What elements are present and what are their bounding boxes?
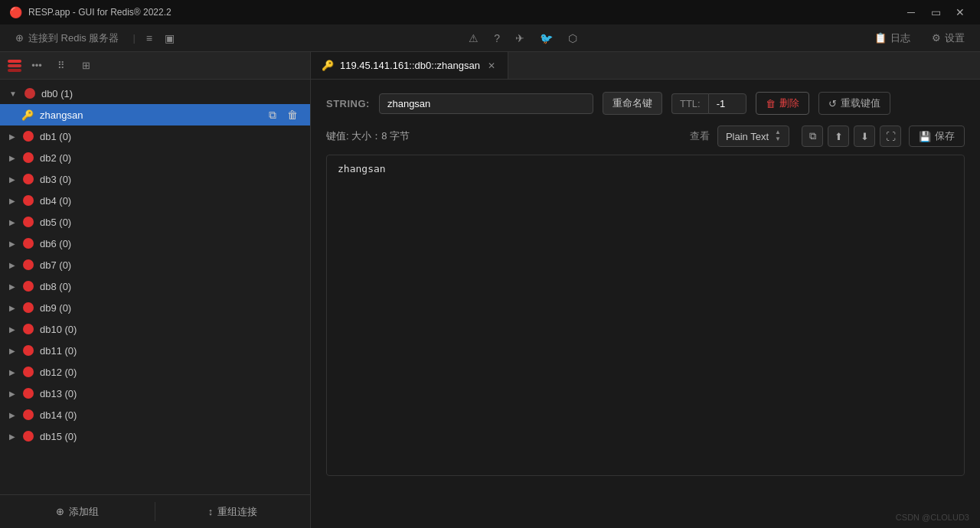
split-view-button[interactable]: ▣ — [162, 29, 178, 47]
reload-key-button[interactable]: ↺ 重载键值 — [818, 92, 890, 115]
db-label-db11: db11 (0) — [40, 345, 77, 357]
db-item-db6[interactable]: ▶ db6 (0) — [0, 233, 310, 254]
tab-title: 119.45.141.161::db0::zhangsan — [340, 60, 480, 71]
value-editor[interactable] — [326, 155, 965, 476]
db-icon-db3 — [23, 174, 34, 184]
content-area: 🔑 119.45.141.161::db0::zhangsan ✕ STRING… — [311, 52, 980, 528]
db-label-db15: db15 (0) — [40, 431, 77, 442]
main-toolbar: ⊕ 连接到 Redis 服务器 | ≡ ▣ ⚠ ? ✈ 🐦 ⬡ 📋 日志 ⚙ 设… — [0, 24, 980, 52]
app-title: RESP.app - GUI for Redis® 2022.2 — [28, 7, 900, 18]
import-icon: ⬆ — [835, 131, 843, 142]
db-item-db8[interactable]: ▶ db8 (0) — [0, 275, 310, 297]
key-item-zhangsan[interactable]: 🔑 zhangsan ⧉ 🗑 — [0, 104, 310, 125]
ttl-value: -1 — [708, 93, 746, 114]
chevron-right-icon: ▶ — [9, 368, 15, 376]
plain-text-dropdown[interactable]: Plain Text ▲ ▼ — [717, 125, 789, 147]
rename-label: 重命名键 — [612, 96, 652, 110]
chevron-right-icon: ▶ — [9, 304, 15, 312]
db-item-db10[interactable]: ▶ db10 (0) — [0, 318, 310, 340]
db-label-db1: db1 (0) — [40, 131, 71, 142]
db-item-db12[interactable]: ▶ db12 (0) — [0, 361, 310, 383]
db-label-db2: db2 (0) — [40, 152, 71, 164]
maximize-button[interactable]: ▭ — [925, 2, 946, 23]
db-icon-db12 — [23, 367, 34, 377]
db-item-db15[interactable]: ▶ db15 (0) — [0, 425, 310, 447]
expand-button[interactable]: ⛶ — [880, 125, 901, 147]
db-icon-db1 — [23, 131, 34, 142]
db-icon-db6 — [23, 238, 34, 249]
db-label-db0: db0 (1) — [41, 88, 73, 99]
github-icon[interactable]: ⬡ — [565, 29, 580, 47]
key-type-label: STRING: — [326, 98, 370, 109]
add-group-button[interactable]: ⊕ 添加组 — [0, 495, 155, 528]
db-item-db4[interactable]: ▶ db4 (0) — [0, 190, 310, 211]
db-icon-db15 — [23, 431, 34, 442]
db-item-db13[interactable]: ▶ db13 (0) — [0, 383, 310, 404]
import-button[interactable]: ⬆ — [828, 125, 849, 147]
copy-key-button[interactable]: ⧉ — [266, 107, 279, 123]
settings-menu-item[interactable]: ⚙ 设置 — [926, 28, 971, 48]
toolbar-right: 📋 日志 ⚙ 设置 — [868, 28, 971, 48]
export-button[interactable]: ⬇ — [854, 125, 875, 147]
telegram-icon[interactable]: ✈ — [512, 29, 528, 47]
help-icon[interactable]: ? — [491, 29, 503, 47]
window-controls: ─ ▭ ✕ — [900, 2, 971, 23]
close-button[interactable]: ✕ — [949, 2, 971, 23]
sidebar-dots1-icon[interactable]: ••• — [28, 57, 46, 75]
chevron-right-icon: ▶ — [9, 282, 15, 291]
delete-icon: 🗑 — [766, 98, 776, 109]
key-name-input[interactable] — [379, 93, 593, 114]
reconnect-button[interactable]: ↕ 重组连接 — [155, 495, 310, 528]
rename-key-button[interactable]: 重命名键 — [603, 92, 662, 115]
delete-key-button[interactable]: 🗑 — [284, 107, 301, 123]
twitter-icon[interactable]: 🐦 — [537, 29, 556, 47]
connect-label: 连接到 Redis 服务器 — [28, 31, 119, 45]
sidebar-grid-icon[interactable]: ⊞ — [77, 57, 95, 75]
expand-icon: ⛶ — [886, 131, 896, 142]
db-label-db4: db4 (0) — [40, 195, 71, 207]
db-item-db7[interactable]: ▶ db7 (0) — [0, 254, 310, 275]
db-label-db13: db13 (0) — [40, 388, 77, 399]
chevron-right-icon: ▶ — [9, 261, 15, 269]
tab-bar: 🔑 119.45.141.161::db0::zhangsan ✕ — [311, 52, 980, 80]
copy-rows-icon: ⧉ — [809, 130, 816, 142]
db-item-db11[interactable]: ▶ db11 (0) — [0, 340, 310, 361]
warning-icon[interactable]: ⚠ — [466, 29, 482, 47]
db-icon-db5 — [23, 217, 34, 227]
stack-icon[interactable] — [8, 60, 21, 72]
ttl-label: TTL: — [671, 93, 708, 114]
list-view-button[interactable]: ≡ — [143, 29, 155, 47]
db-icon-db14 — [23, 409, 34, 420]
db-item-db2[interactable]: ▶ db2 (0) — [0, 147, 310, 168]
reload-label: 重载键值 — [841, 96, 880, 110]
db-label-db10: db10 (0) — [40, 324, 77, 335]
delete-label: 删除 — [779, 96, 799, 110]
db-icon-db2 — [23, 152, 34, 163]
db-label-db12: db12 (0) — [40, 367, 77, 378]
chevron-right-icon: ▶ — [9, 411, 15, 419]
delete-key-button[interactable]: 🗑 删除 — [756, 92, 809, 115]
db-icon-db4 — [23, 195, 34, 206]
copy-rows-button[interactable]: ⧉ — [802, 125, 823, 147]
chevron-right-icon: ▶ — [9, 389, 15, 398]
db-item-db0[interactable]: ▼ db0 (1) — [0, 83, 310, 104]
db-label-db5: db5 (0) — [40, 217, 71, 228]
db-item-db14[interactable]: ▶ db14 (0) — [0, 404, 310, 425]
db-item-db1[interactable]: ▶ db1 (0) — [0, 125, 310, 147]
connect-icon: ⊕ — [15, 32, 24, 44]
tab-zhangsan[interactable]: 🔑 119.45.141.161::db0::zhangsan ✕ — [311, 52, 508, 79]
save-button[interactable]: 💾 保存 — [909, 125, 965, 147]
db-item-db3[interactable]: ▶ db3 (0) — [0, 168, 310, 190]
connect-server-button[interactable]: ⊕ 连接到 Redis 服务器 — [9, 28, 125, 48]
log-menu-item[interactable]: 📋 日志 — [868, 28, 916, 48]
settings-label: 设置 — [945, 31, 965, 45]
db-label-db3: db3 (0) — [40, 174, 71, 185]
key-editor: STRING: 重命名键 TTL: -1 🗑 删除 ↺ 重载键值 — [311, 80, 980, 491]
minimize-button[interactable]: ─ — [900, 2, 922, 23]
db-item-db9[interactable]: ▶ db9 (0) — [0, 297, 310, 318]
tab-close-button[interactable]: ✕ — [486, 59, 497, 73]
db-icon-db11 — [23, 345, 34, 356]
sidebar-dots2-icon[interactable]: ⠿ — [52, 57, 70, 75]
db-item-db5[interactable]: ▶ db5 (0) — [0, 211, 310, 233]
chevron-right-icon: ▶ — [9, 432, 15, 441]
